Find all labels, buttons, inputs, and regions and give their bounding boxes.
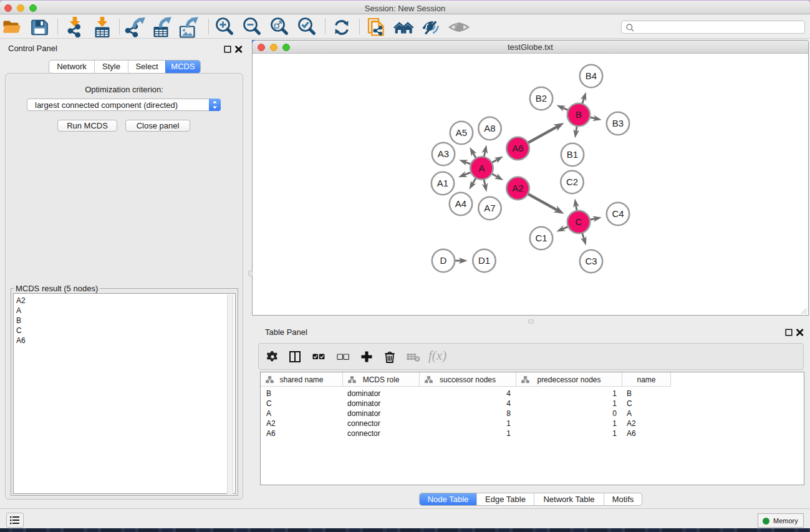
svg-text:B1: B1 xyxy=(567,149,578,160)
svg-text:A4: A4 xyxy=(455,198,466,209)
svg-text:C1: C1 xyxy=(535,233,547,243)
svg-text:C4: C4 xyxy=(612,208,624,219)
svg-text:B3: B3 xyxy=(612,118,624,128)
svg-text:A7: A7 xyxy=(484,203,495,213)
svg-text:C3: C3 xyxy=(585,256,597,266)
svg-text:B: B xyxy=(576,109,582,120)
svg-text:C2: C2 xyxy=(566,177,578,187)
svg-text:D: D xyxy=(440,255,447,266)
svg-text:A5: A5 xyxy=(456,127,467,138)
svg-text:A2: A2 xyxy=(512,183,523,193)
svg-text:C: C xyxy=(576,216,582,227)
svg-text:A8: A8 xyxy=(484,123,495,133)
svg-text:B4: B4 xyxy=(586,70,597,81)
svg-text:A3: A3 xyxy=(438,148,449,159)
svg-text:D1: D1 xyxy=(478,255,490,266)
svg-text:A: A xyxy=(478,163,485,173)
svg-text:B2: B2 xyxy=(536,93,547,104)
svg-text:A6: A6 xyxy=(512,143,523,153)
svg-text:A1: A1 xyxy=(437,178,448,188)
